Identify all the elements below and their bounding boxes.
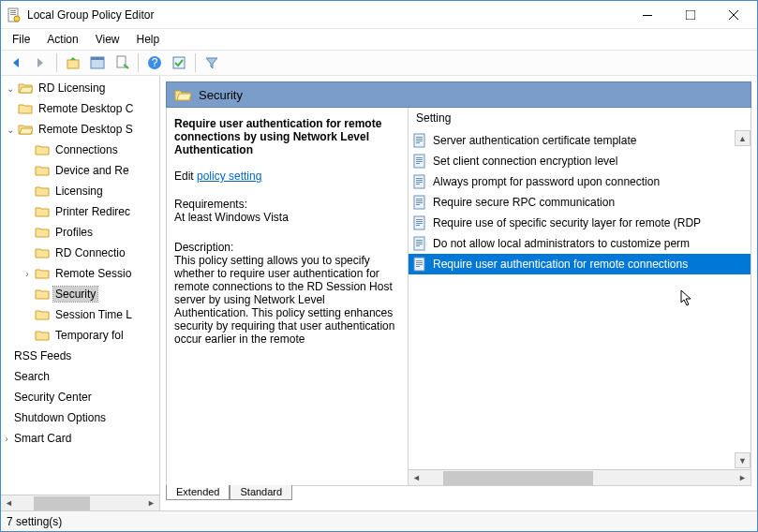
svg-rect-43 (416, 242, 423, 243)
tree-item[interactable]: Security Center (1, 387, 159, 407)
properties-button[interactable] (168, 52, 190, 74)
folder-open-icon (174, 88, 191, 101)
settings-list[interactable]: Server authentication certificate templa… (409, 130, 751, 469)
toolbar-separator (195, 53, 196, 72)
svg-rect-15 (173, 57, 185, 68)
up-button[interactable] (62, 52, 84, 74)
tree-pane: ⌄RD LicensingRemote Desktop C⌄Remote Des… (1, 76, 160, 510)
menu-file[interactable]: File (5, 31, 37, 48)
policy-icon (412, 195, 427, 210)
maximize-button[interactable] (669, 1, 712, 29)
tree-item[interactable]: Device and Re (1, 160, 159, 181)
svg-rect-2 (10, 12, 16, 13)
tree-item[interactable]: RD Connectio (1, 243, 159, 263)
tree-item-label: Search (12, 369, 52, 384)
svg-rect-24 (416, 161, 423, 162)
chevron-right-icon[interactable]: › (1, 433, 12, 444)
tree-item[interactable]: RSS Feeds (1, 346, 159, 366)
menu-action[interactable]: Action (39, 31, 85, 48)
tree-item[interactable]: Remote Desktop C (1, 98, 159, 119)
tree-item[interactable]: Connections (1, 140, 159, 160)
tree-item-label: Temporary fol (53, 328, 126, 343)
svg-rect-45 (416, 245, 420, 246)
tree-item[interactable]: Licensing (1, 181, 159, 201)
folder-icon (35, 267, 50, 280)
tree-item[interactable]: Temporary fol (1, 325, 159, 346)
svg-rect-44 (416, 244, 423, 244)
settings-item[interactable]: Do not allow local administrators to cus… (409, 233, 751, 254)
tree-item-label: Printer Redirec (53, 204, 132, 219)
menu-view[interactable]: View (88, 31, 127, 48)
tree-item[interactable]: ⌄RD Licensing (1, 78, 159, 98)
minimize-button[interactable] (626, 1, 669, 29)
tree-item-label: Smart Card (12, 431, 73, 446)
tree-item[interactable]: Printer Redirec (1, 201, 159, 222)
close-button[interactable] (712, 1, 755, 29)
settings-item[interactable]: Require user authentication for remote c… (409, 254, 751, 274)
tree-spacer (1, 350, 12, 362)
settings-item-label: Server authentication certificate templa… (433, 134, 636, 147)
chevron-right-icon[interactable]: › (22, 268, 33, 279)
scroll-left-icon[interactable]: ◄ (409, 471, 424, 485)
show-hide-tree-button[interactable] (86, 52, 109, 74)
chevron-down-icon[interactable]: ⌄ (5, 124, 16, 135)
tree-view[interactable]: ⌄RD LicensingRemote Desktop C⌄Remote Des… (1, 76, 159, 495)
settings-list-pane: Setting ▲ Server authentication certific… (409, 108, 751, 485)
settings-item[interactable]: Require secure RPC communication (409, 192, 751, 213)
back-button[interactable] (5, 52, 27, 74)
tree-item-label: RD Connectio (53, 245, 127, 260)
menu-help[interactable]: Help (129, 31, 168, 48)
menu-bar: File Action View Help (1, 29, 757, 50)
settings-item-label: Set client connection encryption level (433, 155, 617, 168)
forward-button[interactable] (29, 52, 52, 74)
tree-item-label: Remote Sessio (53, 266, 133, 281)
settings-item[interactable]: Set client connection encryption level (409, 151, 751, 171)
filter-button[interactable] (201, 52, 223, 74)
settings-item[interactable]: Always prompt for password upon connecti… (409, 171, 751, 192)
list-horizontal-scrollbar[interactable]: ◄ ► (409, 469, 751, 485)
edit-prefix: Edit (174, 170, 197, 183)
svg-rect-48 (416, 262, 423, 263)
tree-item[interactable]: ›Remote Sessio (1, 263, 159, 284)
tree-item[interactable]: Search (1, 366, 159, 387)
tree-item[interactable]: Shutdown Options (1, 407, 159, 428)
svg-rect-22 (416, 157, 423, 158)
export-list-button[interactable] (111, 52, 133, 74)
policy-setting-link[interactable]: policy setting (197, 170, 261, 183)
tree-item[interactable]: ›Smart Card (1, 428, 159, 449)
tab-standard[interactable]: Standard (230, 485, 292, 500)
scroll-thumb[interactable] (34, 496, 90, 510)
cursor-icon (680, 289, 693, 306)
help-button[interactable]: ? (143, 52, 166, 74)
settings-item[interactable]: Require use of specific security layer f… (409, 213, 751, 233)
tree-item-label: Device and Re (53, 163, 131, 178)
tree-spacer (22, 288, 33, 300)
svg-rect-9 (67, 60, 79, 68)
svg-rect-39 (416, 223, 423, 224)
tree-item[interactable]: Session Time L (1, 304, 159, 325)
svg-rect-5 (643, 15, 652, 16)
svg-rect-30 (416, 184, 420, 185)
settings-column-header[interactable]: Setting (409, 108, 751, 130)
folder-icon (35, 308, 50, 321)
tree-item[interactable]: Security (1, 284, 159, 304)
toolbar: ? (1, 50, 757, 76)
scroll-thumb[interactable] (443, 471, 593, 485)
svg-rect-19 (416, 140, 423, 141)
folder-icon (35, 185, 50, 198)
settings-item[interactable]: Server authentication certificate templa… (409, 130, 751, 151)
scroll-right-icon[interactable]: ► (735, 471, 751, 485)
tree-item-label: Licensing (53, 184, 105, 199)
chevron-down-icon[interactable]: ⌄ (5, 82, 16, 94)
tree-item[interactable]: ⌄Remote Desktop S (1, 119, 159, 140)
scroll-right-icon[interactable]: ► (143, 496, 159, 510)
svg-rect-17 (416, 137, 423, 138)
scroll-left-icon[interactable]: ◄ (1, 496, 17, 510)
tab-extended[interactable]: Extended (166, 485, 230, 500)
requirements-text: At least Windows Vista (174, 211, 398, 224)
policy-icon (412, 236, 427, 251)
scroll-down-button[interactable]: ▼ (735, 452, 751, 468)
tree-spacer (22, 247, 33, 259)
tree-item[interactable]: Profiles (1, 222, 159, 243)
tree-horizontal-scrollbar[interactable]: ◄ ► (1, 495, 159, 510)
